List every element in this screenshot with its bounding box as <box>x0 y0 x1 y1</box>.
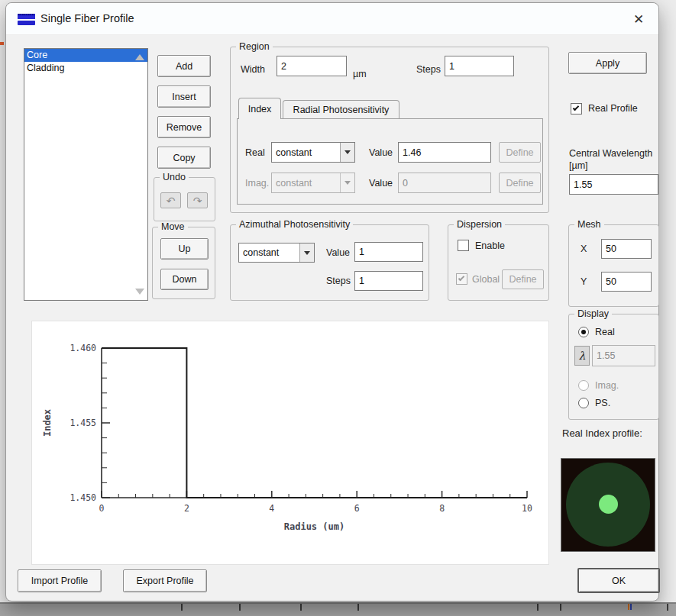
mesh-y-input[interactable]: 50 <box>601 272 652 292</box>
chevron-down-icon <box>344 150 351 157</box>
index-profile-preview <box>561 458 655 552</box>
background-app-strip <box>0 602 676 616</box>
lambda-button[interactable]: λ <box>574 346 590 366</box>
undo-group: Undo ↶ ↷ <box>154 177 215 221</box>
dispersion-define-button[interactable]: Define <box>502 269 544 289</box>
real-index-profile-label: Real Index profile: <box>562 427 642 439</box>
real-label: Real <box>245 147 265 158</box>
tab-radial-photosensitivity[interactable]: Radial Photosensitivity <box>283 100 399 119</box>
background-marker <box>0 42 4 45</box>
background-ruler-tick <box>181 604 183 611</box>
dispersion-global-label: Global <box>472 274 500 285</box>
region-group-label: Region <box>236 41 273 52</box>
redo-arrow-icon: ↷ <box>193 195 202 207</box>
title-bar[interactable]: Single Fiber Profile ✕ <box>6 3 658 35</box>
mesh-x-input[interactable]: 50 <box>601 239 652 259</box>
display-group: Display Real λ 1.55 Imag. PS. <box>568 314 659 420</box>
mesh-x-label: X <box>581 243 587 254</box>
steps-label: Steps <box>416 64 441 75</box>
dispersion-group: Dispersion Enable Global Define <box>448 224 549 301</box>
dropdown-button[interactable] <box>299 243 314 262</box>
index-profile-chart-panel: 02468101.4501.4551.460Radius (um)Index <box>31 321 549 565</box>
azimuthal-steps-label: Steps <box>326 276 351 286</box>
imag-function-select[interactable]: constant <box>271 173 355 193</box>
dialog-title: Single Fiber Profile <box>40 12 134 24</box>
imag-function-value: constant <box>272 178 340 189</box>
close-icon[interactable]: ✕ <box>628 9 649 29</box>
dropdown-button[interactable] <box>340 143 354 162</box>
y-tick-label: 1.460 <box>70 343 96 353</box>
x-tick-label: 2 <box>184 503 189 514</box>
steps-input[interactable]: 1 <box>445 56 514 76</box>
undo-arrow-icon: ↶ <box>167 195 176 207</box>
ok-button[interactable]: OK <box>577 568 660 593</box>
y-axis-label: Index <box>42 409 53 437</box>
background-ruler-tick <box>667 604 668 611</box>
real-value-label: Value <box>369 147 393 158</box>
imag-value-input[interactable]: 0 <box>398 173 491 193</box>
move-up-button[interactable]: Up <box>160 238 209 260</box>
central-wavelength-label: Central Wavelength [µm] <box>569 147 662 172</box>
imag-define-button[interactable]: Define <box>499 173 541 193</box>
scroll-down-icon[interactable] <box>135 289 144 295</box>
list-item-core[interactable]: Core <box>24 49 147 62</box>
azimuthal-value-input[interactable]: 1 <box>354 242 423 262</box>
display-wavelength-input[interactable]: 1.55 <box>592 345 655 366</box>
remove-button[interactable]: Remove <box>157 116 211 138</box>
azimuthal-group-label: Azimuthal Photosensitivity <box>236 219 353 230</box>
single-fiber-profile-dialog: Single Fiber Profile ✕ Core Cladding Add… <box>5 2 659 601</box>
mesh-group: Mesh X 50 Y 50 <box>568 224 659 307</box>
tab-index[interactable]: Index <box>238 98 281 119</box>
display-imag-label: Imag. <box>595 380 619 391</box>
azimuthal-value-label: Value <box>326 247 350 258</box>
width-input[interactable]: 2 <box>277 56 347 76</box>
imag-value-label: Value <box>369 178 393 189</box>
add-button[interactable]: Add <box>157 55 211 77</box>
real-define-button[interactable]: Define <box>499 142 541 163</box>
background-ruler-tick <box>560 604 561 611</box>
move-down-button[interactable]: Down <box>160 269 209 290</box>
azimuthal-function-select[interactable]: constant <box>238 243 315 263</box>
layer-listbox[interactable]: Core Cladding <box>24 48 148 301</box>
dispersion-global-checkbox[interactable] <box>456 273 467 285</box>
export-profile-button[interactable]: Export Profile <box>123 569 207 592</box>
core-circle <box>599 495 618 514</box>
redo-button[interactable]: ↷ <box>187 192 208 208</box>
insert-button[interactable]: Insert <box>157 85 211 108</box>
region-group: Region Width 2 µm Steps 1 Index Radial P… <box>230 47 549 213</box>
mesh-group-label: Mesh <box>574 219 604 230</box>
y-tick-label: 1.450 <box>70 492 96 503</box>
index-profile-chart: 02468101.4501.4551.460Radius (um)Index <box>32 321 550 566</box>
lambda-icon: λ <box>579 350 586 362</box>
checkmark-icon <box>573 105 579 111</box>
real-value-input[interactable]: 1.46 <box>398 142 491 163</box>
display-group-label: Display <box>574 308 612 319</box>
background-marker <box>628 604 629 610</box>
azimuthal-steps-input[interactable]: 1 <box>354 271 423 291</box>
import-profile-button[interactable]: Import Profile <box>18 569 102 592</box>
display-ps-radio[interactable] <box>578 398 589 408</box>
scroll-up-icon[interactable] <box>135 54 144 60</box>
display-real-label: Real <box>595 327 615 337</box>
x-tick-label: 6 <box>354 503 360 514</box>
display-real-radio[interactable] <box>578 327 589 337</box>
real-profile-checkbox[interactable] <box>571 103 582 114</box>
central-wavelength-input[interactable]: 1.55 <box>569 174 658 195</box>
x-tick-label: 0 <box>99 503 105 514</box>
background-ruler-tick <box>357 604 359 611</box>
azimuthal-group: Azimuthal Photosensitivity constant Valu… <box>230 224 429 301</box>
move-group-label: Move <box>158 221 188 232</box>
undo-button[interactable]: ↶ <box>160 192 181 208</box>
x-tick-label: 10 <box>522 503 532 514</box>
real-function-select[interactable]: constant <box>271 142 355 163</box>
move-group: Move Up Down <box>152 227 215 299</box>
profile-line <box>102 348 527 498</box>
copy-button[interactable]: Copy <box>157 147 211 169</box>
chevron-down-icon <box>344 181 351 188</box>
real-function-value: constant <box>272 147 340 158</box>
apply-button[interactable]: Apply <box>568 52 647 74</box>
list-item-cladding[interactable]: Cladding <box>24 62 147 75</box>
display-imag-radio[interactable] <box>578 380 589 391</box>
dropdown-button[interactable] <box>340 173 354 192</box>
dispersion-enable-checkbox[interactable] <box>458 240 469 251</box>
